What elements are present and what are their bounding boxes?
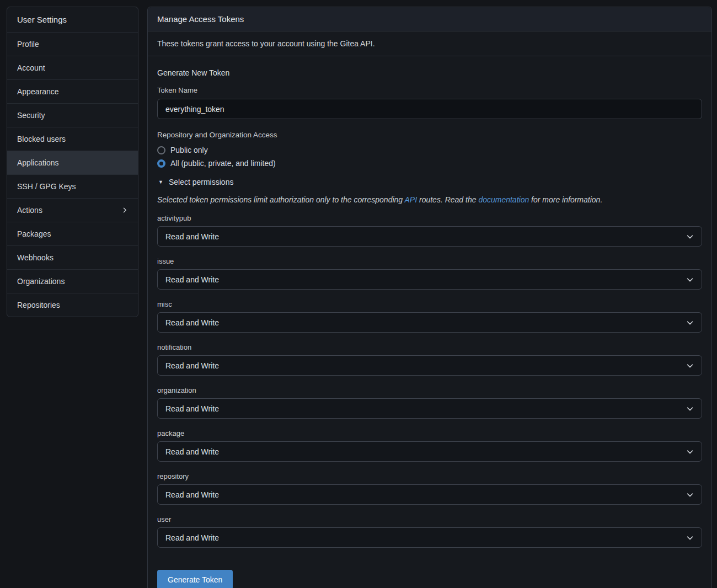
select-permissions-label: Select permissions [169,178,234,186]
documentation-link[interactable]: documentation [478,195,529,204]
selected-value: Read and Write [165,232,219,241]
access-scope-label: Repository and Organization Access [157,131,702,139]
permission-name: activitypub [157,214,702,222]
repository-permission-select[interactable]: Read and Write [157,484,702,505]
issue-permission-select[interactable]: Read and Write [157,269,702,290]
selected-value: Read and Write [165,533,219,542]
token-name-input[interactable] [157,99,702,119]
chevron-down-icon [686,405,694,413]
permission-group-user: user Read and Write [157,515,702,548]
permission-name: package [157,429,702,437]
sidebar-item-ssh-gpg-keys[interactable]: SSH / GPG Keys [7,174,138,198]
user-settings-sidebar: User Settings Profile Account Appearance… [7,7,138,317]
sidebar-item-profile[interactable]: Profile [7,32,138,56]
sidebar-item-label: Actions [17,206,42,215]
selected-value: Read and Write [165,490,219,499]
selected-value: Read and Write [165,275,219,284]
sidebar-item-label: Webhooks [17,253,53,262]
note-text: Selected token permissions limit authori… [157,195,405,204]
generate-token-form: Generate New Token Token Name Repository… [148,56,711,588]
permission-group-organization: organization Read and Write [157,386,702,419]
note-text: for more information. [529,195,602,204]
chevron-down-icon [686,362,694,370]
sidebar-item-security[interactable]: Security [7,103,138,127]
token-name-label: Token Name [157,86,702,94]
permission-group-repository: repository Read and Write [157,472,702,505]
form-title: Generate New Token [157,68,702,77]
radio-checked-icon [157,159,165,168]
sidebar-item-label: Repositories [17,301,60,309]
chevron-down-icon [686,491,694,499]
permission-name: repository [157,472,702,480]
sidebar-item-label: Security [17,111,45,120]
activitypub-permission-select[interactable]: Read and Write [157,226,702,247]
sidebar-item-label: Profile [17,40,39,49]
chevron-down-icon [686,233,694,240]
permission-group-misc: misc Read and Write [157,300,702,333]
sidebar-item-webhooks[interactable]: Webhooks [7,245,138,269]
manage-access-tokens-panel: Manage Access Tokens These tokens grant … [147,7,712,588]
chevron-down-icon [686,319,694,327]
organization-permission-select[interactable]: Read and Write [157,398,702,419]
permission-name: issue [157,257,702,265]
sidebar-title: User Settings [7,7,138,32]
settings-page: User Settings Profile Account Appearance… [0,0,717,588]
sidebar-item-label: Applications [17,158,59,167]
package-permission-select[interactable]: Read and Write [157,441,702,462]
permission-group-issue: issue Read and Write [157,257,702,290]
api-link[interactable]: API [405,195,418,204]
caret-down-icon: ▼ [158,179,163,185]
radio-all-access[interactable]: All (public, private, and limited) [157,157,702,170]
note-text: routes. Read the [417,195,478,204]
selected-value: Read and Write [165,447,219,456]
selected-value: Read and Write [165,404,219,413]
sidebar-item-label: SSH / GPG Keys [17,182,76,191]
chevron-down-icon [686,276,694,284]
permissions-note: Selected token permissions limit authori… [157,195,702,204]
panel-title: Manage Access Tokens [148,7,711,31]
sidebar-item-label: Packages [17,229,51,238]
sidebar-item-blocked-users[interactable]: Blocked users [7,127,138,151]
sidebar-item-actions[interactable]: Actions [7,198,138,222]
permission-group-notification: notification Read and Write [157,343,702,376]
selected-value: Read and Write [165,318,219,327]
radio-unchecked-icon [157,146,165,154]
generate-token-button[interactable]: Generate Token [157,570,233,588]
misc-permission-select[interactable]: Read and Write [157,312,702,333]
sidebar-item-organizations[interactable]: Organizations [7,269,138,293]
user-permission-select[interactable]: Read and Write [157,527,702,548]
permission-name: notification [157,343,702,351]
sidebar-item-label: Appearance [17,87,59,96]
radio-public-only[interactable]: Public only [157,143,702,157]
notification-permission-select[interactable]: Read and Write [157,355,702,376]
sidebar-item-account[interactable]: Account [7,56,138,79]
tokens-info-text: These tokens grant access to your accoun… [148,31,711,56]
sidebar-item-repositories[interactable]: Repositories [7,293,138,317]
sidebar-item-label: Blocked users [17,135,66,143]
select-permissions-toggle[interactable]: ▼ Select permissions [158,178,702,186]
selected-value: Read and Write [165,361,219,370]
permission-group-activitypub: activitypub Read and Write [157,214,702,247]
permission-name: user [157,515,702,523]
permission-group-package: package Read and Write [157,429,702,462]
permission-name: organization [157,386,702,394]
chevron-right-icon [121,207,128,213]
sidebar-item-packages[interactable]: Packages [7,222,138,245]
sidebar-item-label: Account [17,63,45,72]
permission-name: misc [157,300,702,308]
chevron-down-icon [686,448,694,456]
sidebar-item-label: Organizations [17,277,65,286]
sidebar-item-applications[interactable]: Applications [7,151,138,174]
radio-public-only-label: Public only [170,146,208,154]
radio-all-access-label: All (public, private, and limited) [170,159,276,168]
chevron-down-icon [686,534,694,542]
sidebar-item-appearance[interactable]: Appearance [7,79,138,103]
